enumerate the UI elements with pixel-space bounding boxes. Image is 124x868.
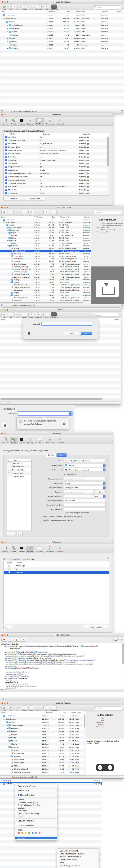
- column-header[interactable]: Modified: [48, 10, 58, 13]
- add-preset-button[interactable]: +: [7, 532, 11, 536]
- disclosure-triangle[interactable]: [1, 715, 3, 716]
- toolbar-button[interactable]: ✓ Test: [43, 706, 49, 711]
- column-header[interactable]: Application: [82, 133, 109, 135]
- fewer-options-toggle[interactable]: ▼ Fewer options: [64, 473, 76, 475]
- description-panel[interactable]: [0, 692, 124, 697]
- show-bundle-button[interactable]: [114, 638, 118, 641]
- cancel-button[interactable]: Cancel: [64, 332, 79, 335]
- menu-item[interactable]: Open in New Window: [15, 785, 57, 787]
- menu-item[interactable]: Compress “zh-Hans.lproj”: [15, 801, 57, 804]
- menu-item[interactable]: Show View Options: [15, 824, 57, 827]
- table-row[interactable]: BetterZip.icns 13.05.15 1.8 MB 1.8 MB Ap…: [0, 255, 91, 257]
- combo-dropdown-button[interactable]: ▾: [69, 412, 72, 415]
- column-header[interactable]: Name: [0, 711, 45, 714]
- column-header[interactable]: Packed: [55, 216, 66, 218]
- filetype-row[interactable]: BZip2 Archive bz2, bz BetterZip.app: [4, 168, 109, 172]
- disclosure-triangle[interactable]: [4, 721, 6, 722]
- save-radio[interactable]: [8, 462, 9, 464]
- table-row[interactable]: cs.lproj 13.05.15 238 KB 78 KB Folder dr…: [0, 278, 91, 281]
- save-radio[interactable]: [8, 466, 9, 467]
- toolbar-button[interactable]: ▤▾ Save: [2, 4, 7, 10]
- filetype-row[interactable]: BZip2 compressed TAR Archive tbz, tbz2, …: [4, 172, 109, 175]
- toolbar-button[interactable]: ◎▾ View: [15, 210, 20, 216]
- toolbar-button[interactable]: ↑▾ Extract: [22, 210, 27, 216]
- table-row[interactable]: Helpers 13.05.15 3.7 MB 1.6 MB Folde: [0, 730, 84, 733]
- filter-row[interactable]: .svn;CVS;.git: [4, 564, 109, 567]
- close-button[interactable]: [1, 309, 3, 311]
- toolbar-button[interactable]: + Add: [8, 210, 14, 216]
- toolbar-radio[interactable]: [10, 469, 11, 471]
- table-row[interactable]: Library 04.05.15 765 KB 290 KB Folder dr…: [0, 37, 124, 40]
- preset-row[interactable]: Compress and S…: [7, 471, 31, 475]
- handle-checkbox[interactable]: [5, 192, 7, 194]
- menu-item[interactable]: Services: [15, 837, 57, 839]
- toolbar-button[interactable]: + Add: [8, 312, 14, 318]
- sidebar-toggle-left-icon[interactable]: ▶: [1, 305, 3, 307]
- handle-checkbox[interactable]: [5, 156, 7, 158]
- toolbar-button[interactable]: ◎▾ View: [15, 312, 20, 318]
- menu-item[interactable]: Duplicate: [15, 807, 57, 809]
- stop-button[interactable]: ■: [8, 638, 13, 642]
- table-row[interactable]: de.lproj 13.05.15 285 KB 89 KB Folder dr…: [0, 281, 91, 283]
- handle-checkbox[interactable]: [5, 136, 7, 138]
- disclosure-triangle[interactable]: [1, 780, 3, 781]
- table-row[interactable]: es.lproj 13.05.15 260 KB 78 KB Folder dr…: [0, 294, 91, 297]
- segment-extract[interactable]: Extract: [46, 453, 57, 457]
- save-radio[interactable]: [8, 472, 9, 474]
- table-row[interactable]: CleanTemplate.pdf 13.05.15 5 KB 4 KB Pre…: [0, 767, 84, 770]
- submenu-item[interactable]: Folder Actions Setup…: [57, 858, 98, 861]
- filetype-row[interactable]: GZipped Tar Archive tgz BetterZip.app: [4, 165, 109, 168]
- table-row[interactable]: CleanTemplate.pdf 13.05.15 5 KB 4 KB Pre…: [0, 262, 91, 265]
- column-header[interactable]: Name: [0, 216, 36, 218]
- zoom-button[interactable]: [7, 541, 8, 543]
- save-radio[interactable]: [8, 476, 9, 477]
- filetype-row[interactable]: Comicbook RAR Archive cbr BetterZip.app: [4, 182, 109, 185]
- toolbar-button[interactable]: ↓ Direct Mode: [50, 210, 58, 216]
- table-row[interactable]: PkgInfo 13.05.15 8 B 8 B Document -rw-r-…: [0, 43, 124, 46]
- menu-item[interactable]: Share: [15, 815, 57, 818]
- submenu-item[interactable]: A Better Finder Rename 9…: [57, 855, 98, 858]
- column-header[interactable]: File Type: [9, 133, 42, 135]
- column-header[interactable]: Kind: [66, 216, 83, 218]
- toolbar-button[interactable]: ▤▾ Save: [1, 312, 7, 318]
- filetype-row[interactable]: ZIP Archive pk3, pk4, nth, xpi BetterZip…: [4, 142, 109, 145]
- tag-color-dot[interactable]: [39, 832, 41, 834]
- archive-date-checkbox[interactable]: [40, 516, 42, 518]
- handle-all-button[interactable]: Handle All: [3, 197, 24, 201]
- handle-checkbox[interactable]: [5, 179, 7, 181]
- minimize-button[interactable]: [4, 114, 5, 116]
- disclosure-triangle[interactable]: [1, 14, 3, 16]
- disclosure-triangle[interactable]: [9, 279, 11, 280]
- column-header[interactable]: Name: [0, 10, 48, 13]
- handle-checkbox[interactable]: [5, 166, 7, 168]
- toolbar-radio[interactable]: [10, 472, 11, 474]
- minimize-button[interactable]: [4, 309, 5, 311]
- submenu-item[interactable]: Resize-Images-in-Folder: [57, 864, 98, 867]
- split-unit-select[interactable]: MB▲▼: [94, 495, 106, 498]
- table-row[interactable]: PkgInfo 13.05.15 8 B 8 B Document -rw-r-…: [0, 242, 91, 244]
- toolbar-button[interactable]: ✓ Test: [44, 4, 49, 10]
- toolbar-button[interactable]: ↓ Direct Mode: [50, 706, 58, 711]
- column-header[interactable]: Size: [44, 216, 55, 218]
- preferences-tab[interactable]: Presets: [10, 546, 17, 553]
- menu-item[interactable]: Tags...: [15, 829, 57, 831]
- submenu-item[interactable]: Show Time Machine Revisions: [57, 852, 98, 855]
- menu-item[interactable]: Get Info: [15, 798, 57, 801]
- remove-mac-checkbox[interactable]: [40, 520, 42, 522]
- table-row[interactable]: MacOS 13.05.15 1.2 MB 474 KB Folder drwx…: [0, 40, 124, 43]
- filetype-row[interactable]: Python Egg egg BetterZip.app: [4, 155, 109, 158]
- table-row[interactable]: _CodeSignature 06.05.15 187 KB 30 KB Fol…: [0, 723, 84, 727]
- compile-button[interactable]: ↗: [20, 638, 26, 642]
- filetype-row[interactable]: Segmented Archive 000, 001, 002, 003, 00…: [4, 149, 109, 152]
- menu-item[interactable]: [15, 788, 57, 788]
- filetype-row[interactable]: Chromium Extra crx BetterZip.app: [4, 145, 109, 149]
- tag-color-dot[interactable]: [21, 832, 23, 834]
- minimize-button[interactable]: [4, 702, 5, 704]
- menu-item[interactable]: [15, 836, 57, 836]
- close-button[interactable]: [1, 541, 3, 543]
- table-row[interactable]: MacOS 13.05.15 1.2 MB 474 KB Folder drwx…: [0, 239, 91, 242]
- regex-checkbox[interactable]: [8, 568, 10, 570]
- menu-item[interactable]: [15, 823, 57, 823]
- table-row[interactable]: BetterZip.app 13.05.15 16.6 MB 8.5 MB Ap…: [0, 17, 124, 20]
- table-row[interactable]: AddTemplate.pdf 13.05.15 6 KB 5 KB Previ…: [0, 250, 91, 252]
